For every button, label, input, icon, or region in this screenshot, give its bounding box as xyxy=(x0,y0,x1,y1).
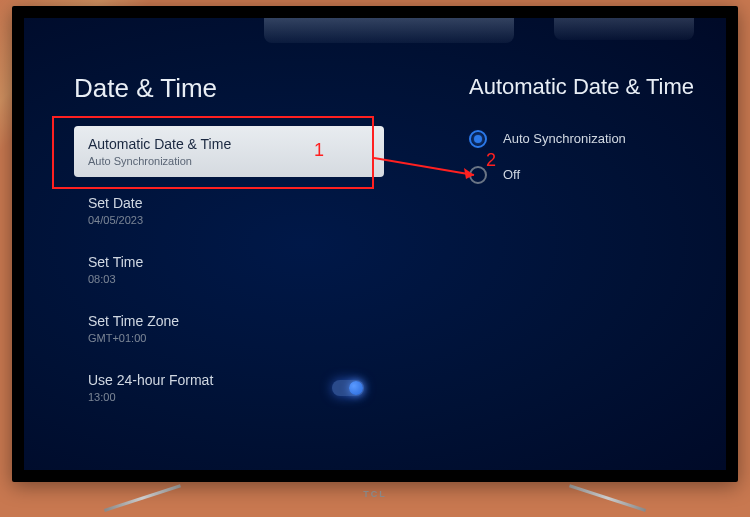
item-label: Use 24-hour Format xyxy=(88,372,213,388)
radio-icon xyxy=(469,166,487,184)
toggle-knob xyxy=(349,381,363,395)
radio-icon xyxy=(469,130,487,148)
tv-frame: Date & Time Automatic Date & Time Auto S… xyxy=(12,6,738,482)
radio-option-auto-sync[interactable]: Auto Synchronization xyxy=(469,130,709,148)
menu-item-24hour-format[interactable]: Use 24-hour Format 13:00 xyxy=(74,362,384,413)
menu-item-auto-date-time[interactable]: Automatic Date & Time Auto Synchronizati… xyxy=(74,126,384,177)
item-label: Set Time Zone xyxy=(88,313,370,329)
settings-right-panel: Automatic Date & Time Auto Synchronizati… xyxy=(469,73,709,202)
panel-title: Automatic Date & Time xyxy=(469,73,709,102)
item-value: 13:00 xyxy=(88,391,213,403)
tv-stand xyxy=(570,489,650,511)
tv-brand-logo: TCL xyxy=(363,489,387,499)
svg-line-0 xyxy=(374,158,474,175)
toggle-24hour[interactable] xyxy=(332,380,364,396)
tv-stand xyxy=(100,489,180,511)
radio-label: Off xyxy=(503,167,520,182)
annotation-number-2: 2 xyxy=(486,150,496,171)
menu-item-set-date[interactable]: Set Date 04/05/2023 xyxy=(74,185,384,236)
radio-option-off[interactable]: Off xyxy=(469,166,709,184)
menu-item-set-time[interactable]: Set Time 08:03 xyxy=(74,244,384,295)
item-label: Set Date xyxy=(88,195,370,211)
item-value: 08:03 xyxy=(88,273,370,285)
item-value: Auto Synchronization xyxy=(88,155,370,167)
settings-left-panel: Date & Time Automatic Date & Time Auto S… xyxy=(74,73,384,421)
screen-reflection xyxy=(554,18,694,40)
screen-reflection xyxy=(264,18,514,43)
radio-label: Auto Synchronization xyxy=(503,131,626,146)
item-label: Set Time xyxy=(88,254,370,270)
tv-screen: Date & Time Automatic Date & Time Auto S… xyxy=(24,18,726,470)
item-value: 04/05/2023 xyxy=(88,214,370,226)
annotation-number-1: 1 xyxy=(314,140,324,161)
page-title: Date & Time xyxy=(74,73,384,104)
item-label: Automatic Date & Time xyxy=(88,136,370,152)
item-value: GMT+01:00 xyxy=(88,332,370,344)
menu-item-set-timezone[interactable]: Set Time Zone GMT+01:00 xyxy=(74,303,384,354)
